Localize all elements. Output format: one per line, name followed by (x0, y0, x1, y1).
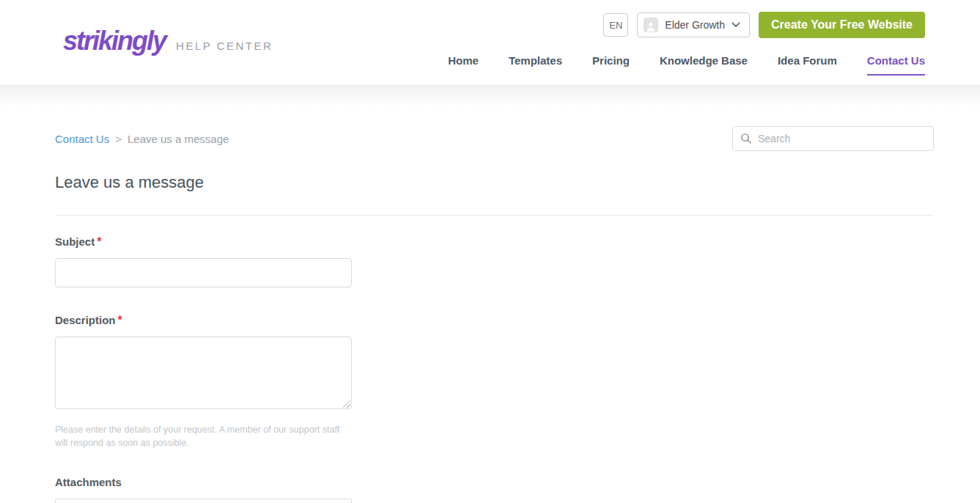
subject-label: Subject (55, 235, 95, 248)
description-help-text: Please enter the details of your request… (55, 423, 348, 449)
header: strikingly HELP CENTER EN Elder Growth C… (0, 0, 980, 86)
nav-item-pricing[interactable]: Pricing (592, 54, 630, 76)
description-textarea[interactable] (55, 337, 352, 409)
search-box[interactable] (732, 126, 934, 151)
topbar: Contact Us > Leave us a message (55, 126, 934, 151)
create-website-button[interactable]: Create Your Free Website (759, 12, 925, 38)
search-icon (740, 133, 752, 144)
logo[interactable]: strikingly HELP CENTER (63, 26, 273, 56)
attachments-dropzone[interactable]: Add file or drop files here (55, 499, 352, 503)
nav-item-templates[interactable]: Templates (509, 54, 562, 76)
attachments-field-group: Attachments Add file or drop files here (55, 476, 934, 503)
strikingly-logo: strikingly (63, 26, 166, 56)
description-textarea-wrap (55, 337, 352, 409)
breadcrumb: Contact Us > Leave us a message (55, 133, 229, 145)
search-input[interactable] (758, 133, 926, 144)
nav-item-idea-forum[interactable]: Idea Forum (778, 54, 837, 76)
subject-field-group: Subject* (55, 235, 934, 287)
subject-required-mark: * (97, 235, 101, 248)
breadcrumb-separator: > (115, 133, 122, 145)
header-actions: EN Elder Growth Create Your Free Website (603, 12, 925, 38)
subject-input[interactable] (55, 258, 352, 287)
language-button[interactable]: EN (603, 13, 628, 37)
description-field-group: Description* Please enter the details of… (55, 314, 934, 449)
attachments-label: Attachments (55, 476, 122, 488)
nav-item-knowledge-base[interactable]: Knowledge Base (660, 54, 748, 76)
user-menu[interactable]: Elder Growth (637, 12, 750, 37)
nav-item-home[interactable]: Home (448, 54, 479, 76)
help-center-label: HELP CENTER (176, 40, 273, 52)
user-name: Elder Growth (665, 19, 725, 31)
nav-item-contact-us[interactable]: Contact Us (867, 54, 925, 76)
chevron-down-icon (732, 22, 740, 28)
breadcrumb-current: Leave us a message (128, 133, 229, 145)
description-label: Description (55, 314, 116, 326)
page-title: Leave us a message (55, 173, 934, 192)
header-shadow (0, 86, 980, 106)
contact-form: Subject* Description* Please enter the d… (55, 235, 934, 503)
main-nav: Home Templates Pricing Knowledge Base Id… (448, 54, 925, 76)
description-required-mark: * (118, 314, 122, 326)
breadcrumb-contact-us-link[interactable]: Contact Us (55, 133, 109, 145)
divider (55, 215, 934, 216)
main-content: Contact Us > Leave us a message Leave us… (0, 106, 980, 503)
user-avatar-icon (644, 18, 658, 32)
